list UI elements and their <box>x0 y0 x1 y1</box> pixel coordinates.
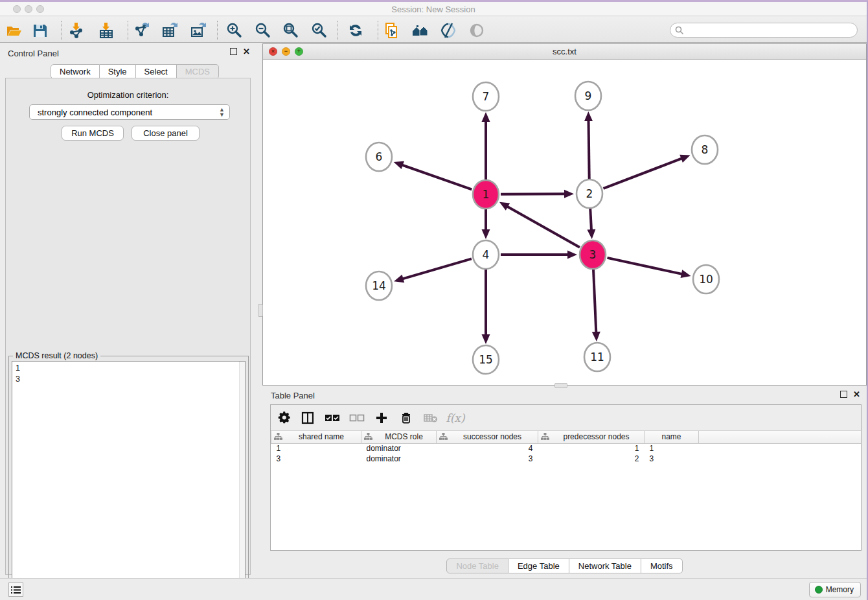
edge-arrowhead <box>592 332 600 341</box>
delete-table-icon <box>422 410 439 426</box>
toolbar-separator <box>217 21 218 40</box>
graph-node-label: 4 <box>483 248 490 261</box>
network-view-window: × − + scc.txt 1234678910111415 <box>262 43 867 386</box>
edge-2-9[interactable] <box>588 120 589 179</box>
zoom-fit-icon[interactable] <box>282 21 300 40</box>
column-view-icon[interactable] <box>299 410 316 426</box>
edge-3-1[interactable] <box>507 206 580 248</box>
graph-node-label: 6 <box>376 150 383 163</box>
hierarchy-icon <box>274 433 282 443</box>
export-image-icon[interactable] <box>189 21 207 40</box>
open-file-icon[interactable] <box>5 21 23 40</box>
tab-motifs[interactable]: Motifs <box>641 559 683 573</box>
control-panel-close-icon[interactable]: ✕ <box>243 48 250 55</box>
column-header-mcds-role[interactable]: MCDS role <box>361 431 437 443</box>
chevron-updown-icon: ▲▼ <box>219 107 225 117</box>
mcds-result-fieldset: MCDS result (2 nodes) 1 3 <box>8 356 249 600</box>
zoom-in-icon[interactable] <box>225 21 244 40</box>
export-table-icon[interactable] <box>161 21 179 40</box>
window-title: Session: New Session <box>0 5 867 14</box>
delete-icon[interactable] <box>398 410 415 426</box>
settings-icon[interactable] <box>276 410 293 426</box>
edge-2-8[interactable] <box>603 158 682 189</box>
deselect-all-icon[interactable] <box>348 410 365 426</box>
tab-node-table[interactable]: Node Table <box>446 559 508 573</box>
zoom-out-icon[interactable] <box>254 21 272 40</box>
network-canvas[interactable]: 1234678910111415 <box>263 60 866 385</box>
task-history-button[interactable] <box>8 583 23 597</box>
save-session-icon[interactable] <box>31 21 49 40</box>
cell-successor-nodes: 3 <box>437 454 538 464</box>
edge-arrowhead <box>584 111 593 121</box>
panel-splitter-vertical[interactable] <box>258 304 263 317</box>
cell-successor-nodes: 4 <box>437 443 538 454</box>
column-header-successor-nodes[interactable]: successor nodes <box>437 431 538 443</box>
edge-4-14[interactable] <box>402 259 472 279</box>
edge-2-3[interactable] <box>590 209 591 231</box>
graph-node-label: 10 <box>699 273 713 286</box>
table-row[interactable]: 1 dominator 4 1 1 <box>271 443 862 454</box>
control-panel-title: Control Panel <box>8 49 59 58</box>
edge-1-2[interactable] <box>501 194 565 194</box>
cell-predecessor-nodes: 2 <box>538 454 645 464</box>
edge-3-10[interactable] <box>607 258 682 274</box>
network-window-titlebar[interactable]: × − + scc.txt <box>263 44 866 60</box>
memory-status-icon <box>815 586 823 594</box>
main-toolbar <box>0 17 867 43</box>
edge-arrowhead <box>394 275 404 283</box>
window-titlebar: Session: New Session <box>0 2 867 16</box>
show-all-icon[interactable] <box>468 21 486 40</box>
mcds-panel-body: Optimization criterion: strongly connect… <box>5 78 251 575</box>
tab-edge-table[interactable]: Edge Table <box>508 559 569 573</box>
optimization-criterion-select[interactable]: strongly connected component ▲▼ <box>29 104 230 120</box>
edge-arrowhead <box>482 112 490 122</box>
export-network-icon[interactable] <box>133 21 151 40</box>
first-neighbors-icon[interactable] <box>411 21 429 40</box>
edge-arrowhead <box>482 334 490 344</box>
status-bar: Memory <box>0 578 867 600</box>
graph-node-label: 8 <box>702 143 709 156</box>
search-input[interactable] <box>687 25 857 36</box>
tab-select[interactable]: Select <box>136 64 177 79</box>
toolbar-separator <box>128 21 128 40</box>
tab-network[interactable]: Network <box>51 64 100 79</box>
edge-1-6[interactable] <box>402 165 472 189</box>
memory-button[interactable]: Memory <box>809 582 861 597</box>
tab-network-table[interactable]: Network Table <box>569 559 641 573</box>
duplicate-network-icon[interactable] <box>383 21 401 40</box>
edge-arrowhead <box>680 155 690 163</box>
result-scrollbar[interactable] <box>239 362 245 600</box>
table-panel-close-icon[interactable]: ✕ <box>853 391 860 398</box>
table-panel-float-icon[interactable] <box>840 391 847 398</box>
cell-predecessor-nodes: 1 <box>538 443 645 454</box>
run-mcds-button[interactable]: Run MCDS <box>62 126 124 141</box>
column-header-predecessor-nodes[interactable]: predecessor nodes <box>538 431 645 443</box>
import-table-icon[interactable] <box>97 21 115 40</box>
edge-arrowhead <box>587 229 595 239</box>
mcds-result-list[interactable]: 1 3 <box>12 361 246 600</box>
tab-style[interactable]: Style <box>100 64 136 79</box>
column-header-shared-name[interactable]: shared name <box>271 431 361 443</box>
cell-shared-name: 3 <box>271 454 361 464</box>
toolbar-separator <box>337 21 338 40</box>
cell-name: 1 <box>645 443 699 454</box>
select-all-icon[interactable] <box>324 410 341 426</box>
import-network-icon[interactable] <box>67 21 86 40</box>
edge-arrowhead <box>394 161 404 169</box>
table-row[interactable]: 3 dominator 3 2 3 <box>271 454 862 464</box>
toolbar-search-field[interactable] <box>670 23 858 38</box>
close-panel-button[interactable]: Close panel <box>131 126 200 141</box>
graph-node-label: 15 <box>479 353 493 366</box>
edge-arrowhead <box>681 270 691 278</box>
add-row-icon[interactable] <box>373 410 390 426</box>
edge-arrowhead <box>567 251 577 259</box>
control-panel-float-icon[interactable] <box>230 48 237 55</box>
column-header-name[interactable]: name <box>645 431 699 443</box>
zoom-selected-icon[interactable] <box>310 21 328 40</box>
tab-mcds[interactable]: MCDS <box>177 64 219 79</box>
control-panel-tabs: Network Style Select MCDS <box>51 64 219 79</box>
cell-mcds-role: dominator <box>361 443 437 454</box>
apply-layout-icon[interactable] <box>347 21 365 40</box>
edge-3-11[interactable] <box>593 270 596 333</box>
hide-selected-icon[interactable] <box>439 21 457 40</box>
